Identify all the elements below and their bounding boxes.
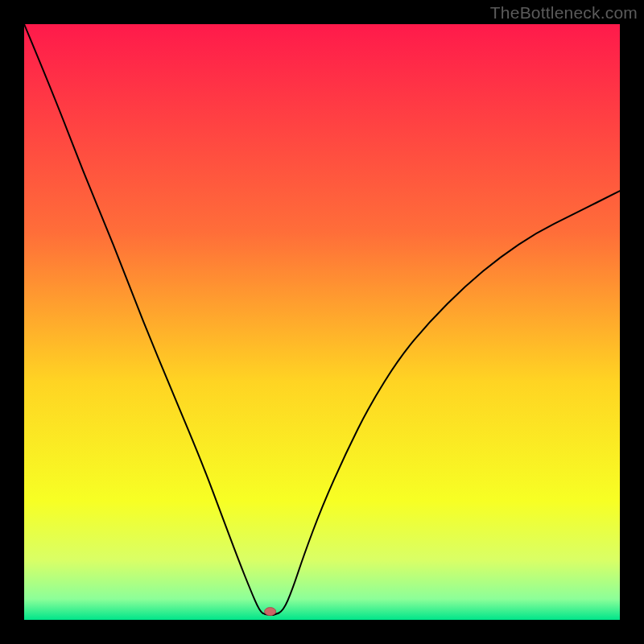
watermark-text: TheBottleneck.com <box>490 3 638 23</box>
chart-frame <box>24 24 620 620</box>
chart-background <box>24 24 620 620</box>
bottleneck-chart <box>24 24 620 620</box>
optimal-point-marker <box>265 608 276 616</box>
